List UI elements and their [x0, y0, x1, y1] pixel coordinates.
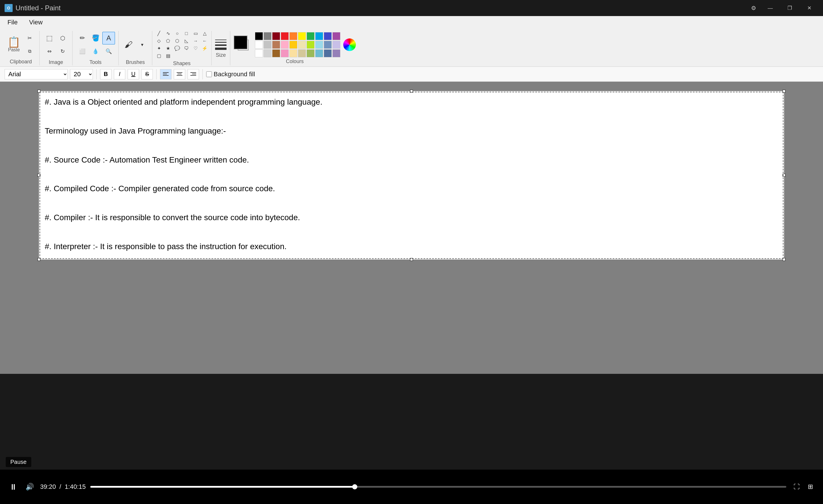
resize-handle-tr[interactable]: [783, 90, 786, 93]
underline-button[interactable]: U: [128, 69, 139, 79]
shape-rect2[interactable]: ▭: [191, 30, 200, 37]
progress-bar[interactable]: [90, 486, 786, 488]
align-left-button[interactable]: [160, 69, 171, 79]
color-t5[interactable]: [289, 49, 297, 57]
color-indigo[interactable]: [324, 32, 332, 40]
fullscreen-button[interactable]: ⛶: [791, 481, 802, 493]
copy-button[interactable]: ⧉: [23, 45, 36, 58]
shape-hexagon[interactable]: ⬡: [173, 37, 181, 44]
resize-handle-bm[interactable]: [410, 258, 413, 261]
close-button[interactable]: ✕: [800, 2, 818, 14]
size-3[interactable]: [215, 44, 226, 46]
eraser-button[interactable]: ⬜: [76, 45, 89, 58]
eyedropper-button[interactable]: 💧: [89, 45, 102, 58]
color-lime[interactable]: [307, 41, 315, 49]
shape-callout[interactable]: 🗨: [182, 45, 191, 52]
shape-speech[interactable]: 💬: [173, 45, 181, 52]
color-pink[interactable]: [281, 41, 289, 49]
color-t7[interactable]: [307, 49, 315, 57]
color-darkred[interactable]: [272, 32, 280, 40]
color-lightgray[interactable]: [264, 41, 272, 49]
select-rect-button[interactable]: ⬚: [43, 32, 56, 44]
font-selector[interactable]: Arial Times New Roman Courier New: [5, 69, 68, 79]
custom-color-button[interactable]: [343, 38, 356, 51]
pencil-button[interactable]: ✏: [76, 32, 89, 44]
shape-heart[interactable]: ♡: [191, 45, 200, 52]
shape-curve[interactable]: ∿: [164, 30, 172, 37]
resize-handle-br[interactable]: [783, 258, 786, 261]
color-black[interactable]: [255, 32, 263, 40]
paste-button[interactable]: 📋 Paste: [6, 36, 22, 54]
shape-triangle[interactable]: △: [200, 30, 209, 37]
color-white[interactable]: [255, 41, 263, 49]
color-t10[interactable]: [332, 49, 340, 57]
maximize-button[interactable]: ❐: [781, 2, 799, 14]
resize-handle-tm[interactable]: [410, 90, 413, 93]
color-t2[interactable]: [264, 49, 272, 57]
menu-file[interactable]: File: [2, 17, 23, 28]
shape-line[interactable]: ╱: [155, 30, 163, 37]
resize-button[interactable]: ⇔: [43, 45, 56, 58]
color-t6[interactable]: [298, 49, 306, 57]
shape-right-triangle[interactable]: ◺: [182, 37, 191, 44]
canvas-area[interactable]: #. Java is a Object oriented and platfor…: [0, 82, 823, 374]
foreground-color-box[interactable]: [234, 35, 248, 49]
shape-arrow-left[interactable]: ←: [200, 37, 209, 44]
background-fill-checkbox[interactable]: [206, 71, 212, 77]
color-t4[interactable]: [281, 49, 289, 57]
shape-pentagon[interactable]: ⬠: [164, 37, 172, 44]
volume-button[interactable]: 🔊: [24, 481, 35, 493]
color-gold[interactable]: [289, 41, 297, 49]
shape-fill2[interactable]: ▤: [164, 52, 172, 59]
progress-thumb[interactable]: [352, 484, 357, 489]
resize-handle-mr[interactable]: [783, 174, 786, 177]
brush-button[interactable]: 🖌: [122, 38, 135, 51]
minimize-button[interactable]: —: [761, 2, 780, 14]
size-2[interactable]: [215, 42, 226, 43]
crop-button[interactable]: ⬡: [56, 32, 69, 44]
italic-button[interactable]: I: [114, 69, 125, 79]
color-t8[interactable]: [315, 49, 323, 57]
font-size-selector[interactable]: 8 10 12 14 16 18 20 24 28 36 48 72: [70, 69, 93, 79]
shape-star5[interactable]: ★: [164, 45, 172, 52]
settings-button[interactable]: ⚙: [747, 2, 760, 14]
resize-handle-ml[interactable]: [37, 174, 40, 177]
color-brown[interactable]: [272, 41, 280, 49]
align-right-button[interactable]: [187, 69, 199, 79]
size-4[interactable]: [215, 47, 226, 50]
paint-canvas[interactable]: #. Java is a Object oriented and platfor…: [39, 91, 784, 260]
resize-handle-bl[interactable]: [37, 258, 40, 261]
shape-outline[interactable]: ▢: [155, 52, 163, 59]
cut-button[interactable]: ✂: [23, 32, 36, 44]
color-t3[interactable]: [272, 49, 280, 57]
color-red[interactable]: [281, 32, 289, 40]
align-center-button[interactable]: [174, 69, 185, 79]
color-orange[interactable]: [289, 32, 297, 40]
shape-arrow-right[interactable]: →: [191, 37, 200, 44]
magnifier-button[interactable]: 🔍: [102, 45, 115, 58]
rotate-button[interactable]: ↻: [56, 45, 69, 58]
shape-lightning[interactable]: ⚡: [200, 45, 209, 52]
color-lavender[interactable]: [332, 41, 340, 49]
fill-button[interactable]: 🪣: [89, 32, 102, 44]
brush-dropdown[interactable]: ▼: [136, 38, 149, 51]
shape-oval[interactable]: ○: [173, 30, 181, 37]
color-cream[interactable]: [298, 41, 306, 49]
shape-star4[interactable]: ✦: [155, 45, 163, 52]
background-fill-label[interactable]: Background fill: [206, 70, 255, 78]
text-button[interactable]: A: [102, 32, 115, 44]
color-purple[interactable]: [332, 32, 340, 40]
size-1[interactable]: [215, 39, 226, 40]
strikethrough-button[interactable]: S: [141, 69, 153, 79]
settings-video-button[interactable]: ⊞: [805, 481, 816, 493]
color-t1[interactable]: [255, 49, 263, 57]
canvas-content[interactable]: #. Java is a Object oriented and platfor…: [39, 91, 784, 260]
shape-diamond[interactable]: ◇: [155, 37, 163, 44]
shape-rect[interactable]: □: [182, 30, 191, 37]
color-blue[interactable]: [315, 32, 323, 40]
color-steelblue[interactable]: [324, 41, 332, 49]
color-green[interactable]: [307, 32, 315, 40]
play-pause-button[interactable]: ⏸: [7, 481, 19, 493]
resize-handle-tl[interactable]: [37, 90, 40, 93]
bold-button[interactable]: B: [100, 69, 112, 79]
